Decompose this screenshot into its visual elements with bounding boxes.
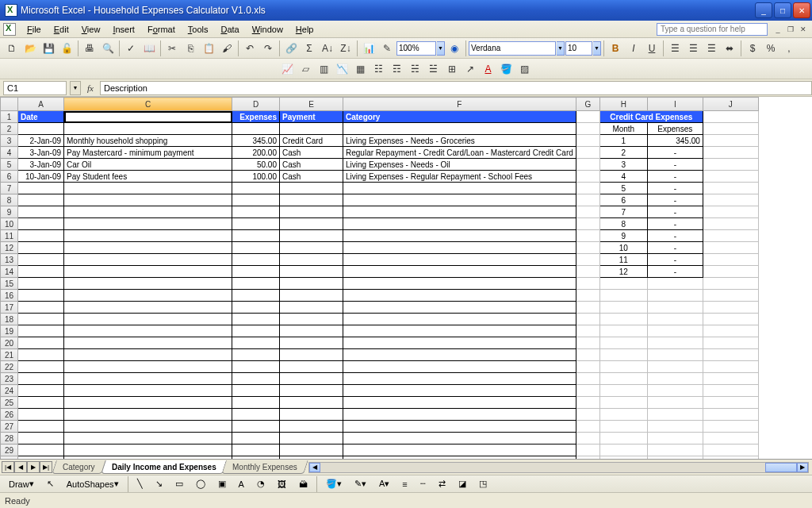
select-objects-icon[interactable]: ↖ — [41, 477, 59, 491]
chart-type-icon[interactable]: 📈 — [279, 60, 297, 78]
cell[interactable] — [703, 337, 758, 349]
cell-desc[interactable] — [64, 409, 232, 421]
cell-desc[interactable]: Monthly household shopping — [64, 135, 232, 147]
cell-date[interactable] — [18, 409, 64, 421]
cell-month[interactable]: 7 — [599, 206, 647, 218]
cell-pay[interactable] — [280, 361, 343, 373]
cell-exp[interactable] — [232, 456, 280, 460]
cell-pay[interactable] — [280, 183, 343, 194]
cell-month[interactable]: 6 — [599, 194, 647, 206]
cell[interactable] — [576, 361, 599, 373]
cell-pay[interactable] — [280, 230, 343, 242]
cell-exp[interactable] — [232, 302, 280, 314]
cell-desc[interactable] — [64, 444, 232, 456]
cell[interactable] — [576, 373, 599, 385]
drawing-toggle-icon[interactable]: ✎ — [378, 40, 396, 57]
cell-cat[interactable] — [343, 302, 576, 314]
cell[interactable] — [703, 254, 758, 266]
cell-cat[interactable] — [343, 230, 576, 242]
header-description[interactable]: Description — [64, 111, 232, 123]
cell-month[interactable]: 5 — [599, 183, 647, 194]
col-header-c[interactable]: C — [64, 98, 232, 111]
cell[interactable] — [703, 171, 758, 183]
cell-pay[interactable] — [280, 444, 343, 456]
cell-desc[interactable] — [64, 456, 232, 460]
cell[interactable] — [576, 147, 599, 159]
menu-insert[interactable]: Insert — [106, 23, 141, 36]
cell[interactable] — [576, 242, 599, 254]
arrow-style-icon[interactable]: ⇄ — [433, 477, 451, 491]
cell-cat[interactable] — [343, 325, 576, 337]
row-header[interactable]: 19 — [1, 325, 18, 337]
hyperlink-icon[interactable]: 🔗 — [282, 40, 300, 57]
cell[interactable] — [703, 444, 758, 456]
format-painter-icon[interactable]: 🖌 — [218, 40, 236, 57]
paste-icon[interactable]: 📋 — [200, 40, 217, 57]
cell[interactable] — [576, 409, 599, 421]
cell-ccexp[interactable]: - — [647, 230, 703, 242]
menu-tools[interactable]: Tools — [182, 23, 215, 36]
cell-exp[interactable] — [232, 409, 280, 421]
arrow-icon[interactable]: ↘ — [150, 477, 168, 491]
sheet-tab[interactable]: Monthly Expenses — [222, 460, 308, 474]
cell[interactable] — [703, 290, 758, 302]
cell-ccexp[interactable]: - — [647, 194, 703, 206]
select-all-corner[interactable] — [1, 98, 18, 111]
cell-cat[interactable] — [343, 361, 576, 373]
cell-ccexp[interactable] — [647, 373, 703, 385]
help-icon[interactable]: ◉ — [446, 40, 463, 57]
cell-date[interactable] — [18, 290, 64, 302]
cell[interactable] — [703, 314, 758, 325]
row-header[interactable]: 28 — [1, 433, 18, 444]
research-icon[interactable]: 📖 — [140, 40, 158, 57]
cell[interactable] — [18, 123, 64, 135]
cell-ccexp[interactable] — [647, 397, 703, 409]
cell-date[interactable] — [18, 194, 64, 206]
cell-pay[interactable] — [280, 242, 343, 254]
col-header-d[interactable]: D — [232, 98, 280, 111]
cell-ccexp[interactable] — [647, 349, 703, 361]
cell-date[interactable] — [18, 302, 64, 314]
row-header[interactable]: 9 — [1, 206, 18, 218]
header-payment[interactable]: Payment — [280, 111, 343, 123]
cell[interactable] — [576, 456, 599, 460]
comma-icon[interactable]: , — [780, 40, 798, 57]
cell-desc[interactable] — [64, 266, 232, 278]
col-header-e[interactable]: E — [280, 98, 343, 111]
menu-edit[interactable]: Edit — [48, 23, 75, 36]
cell[interactable] — [576, 111, 599, 123]
textbox-icon[interactable]: ▣ — [213, 477, 232, 491]
row-header[interactable]: 4 — [1, 147, 18, 159]
autosum-icon[interactable]: Σ — [301, 40, 318, 57]
header-date[interactable]: Date — [18, 111, 64, 123]
cell-date[interactable] — [18, 314, 64, 325]
cell[interactable] — [703, 349, 758, 361]
redo-icon[interactable]: ↷ — [259, 40, 277, 57]
cell-exp[interactable] — [232, 266, 280, 278]
cell-date[interactable] — [18, 206, 64, 218]
cell-month[interactable] — [599, 409, 647, 421]
cell-ccexp[interactable] — [647, 325, 703, 337]
cell-month[interactable]: 2 — [599, 147, 647, 159]
cell-exp[interactable]: 200.00 — [232, 147, 280, 159]
cell[interactable] — [280, 123, 343, 135]
line-icon[interactable]: ╲ — [132, 477, 148, 491]
cell-exp[interactable] — [232, 361, 280, 373]
save-icon[interactable]: 💾 — [40, 40, 57, 57]
cell[interactable] — [703, 302, 758, 314]
cell-exp[interactable] — [232, 325, 280, 337]
cell-cat[interactable] — [343, 421, 576, 433]
text-angle-icon[interactable]: ↗ — [462, 60, 479, 78]
cell-ccexp[interactable] — [647, 302, 703, 314]
row-header[interactable]: 12 — [1, 242, 18, 254]
spreadsheet-grid[interactable]: A C D E F G H I J 1 Date Description Exp… — [0, 97, 759, 459]
cell[interactable] — [703, 206, 758, 218]
cell-pay[interactable] — [280, 278, 343, 290]
cell-exp[interactable] — [232, 194, 280, 206]
cell[interactable] — [576, 123, 599, 135]
chart-table-icon[interactable]: ⊞ — [443, 60, 461, 78]
cell[interactable] — [576, 206, 599, 218]
cell-desc[interactable] — [64, 278, 232, 290]
cell-date[interactable] — [18, 278, 64, 290]
cell-exp[interactable] — [232, 254, 280, 266]
